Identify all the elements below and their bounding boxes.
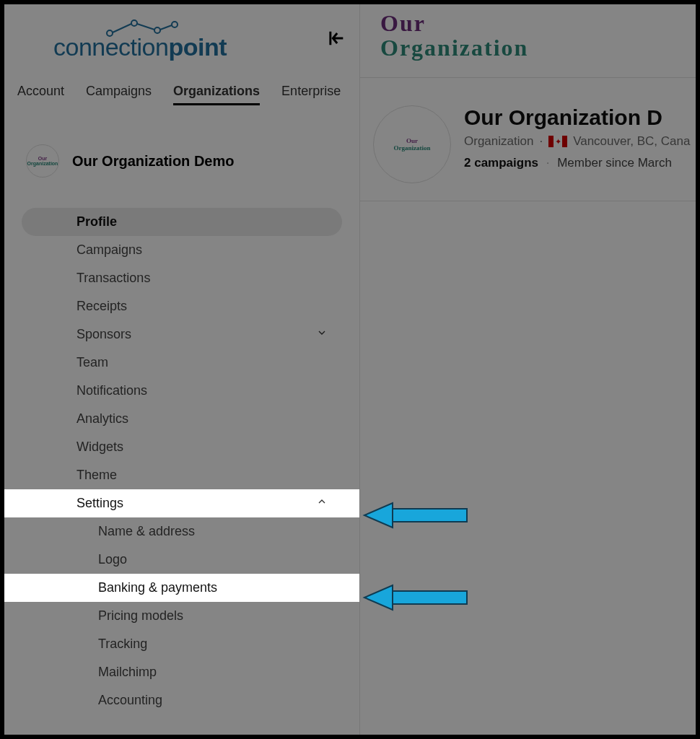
menu-widgets[interactable]: Widgets [4, 433, 359, 461]
canada-flag-icon: ✦ [548, 136, 567, 147]
tab-campaigns[interactable]: Campaigns [86, 84, 152, 105]
menu-campaigns[interactable]: Campaigns [4, 236, 359, 264]
svg-line-5 [137, 24, 154, 30]
menu-label: Profile [76, 214, 117, 229]
tab-organizations[interactable]: Organizations [173, 84, 260, 105]
svg-point-3 [172, 22, 178, 27]
menu-label: Receipts [76, 299, 127, 314]
menu-label: Notifications [76, 383, 147, 398]
collapse-sidebar-button[interactable] [326, 28, 346, 51]
submenu-label: Accounting [98, 693, 162, 707]
menu-notifications[interactable]: Notifications [4, 377, 359, 405]
sidebar: connectionpoint Account Campaigns Organi… [4, 4, 359, 735]
side-menu: Profile Campaigns Transactions Receipts … [4, 188, 359, 714]
menu-sponsors[interactable]: Sponsors [4, 320, 359, 349]
menu-transactions[interactable]: Transactions [4, 264, 359, 292]
org-type-label: Organization [464, 134, 533, 149]
submenu-name-address[interactable]: Name & address [4, 517, 359, 546]
tab-enterprise[interactable]: Enterprise [281, 84, 341, 105]
menu-receipts[interactable]: Receipts [4, 292, 359, 320]
menu-analytics[interactable]: Analytics [4, 405, 359, 433]
submenu-label: Logo [98, 552, 127, 567]
menu-label: Sponsors [76, 327, 131, 342]
chevron-up-icon [316, 496, 328, 511]
menu-label: Theme [76, 468, 117, 483]
app-logo: connectionpoint [17, 19, 263, 61]
org-avatar: Our Organization [373, 105, 451, 183]
menu-label: Campaigns [76, 242, 142, 258]
menu-label: Analytics [76, 411, 128, 427]
svg-point-1 [131, 20, 137, 26]
menu-theme[interactable]: Theme [4, 461, 359, 489]
current-org-row[interactable]: Our Organization Our Organization Demo [4, 113, 359, 188]
menu-label: Settings [76, 496, 123, 511]
menu-label: Team [76, 355, 108, 370]
org-campaign-count: 2 campaigns [464, 156, 538, 170]
submenu-logo[interactable]: Logo [4, 546, 359, 574]
org-wordmark: Our Organization [380, 12, 696, 60]
menu-team[interactable]: Team [4, 349, 359, 377]
org-location: Vancouver, BC, Cana [573, 134, 690, 149]
submenu-tracking[interactable]: Tracking [4, 630, 359, 658]
org-avatar-small: Our Organization [26, 144, 59, 178]
submenu-label: Pricing models [98, 608, 183, 623]
current-org-name: Our Organization Demo [72, 153, 234, 170]
main-panel: Our Organization Our Organization Our Or… [359, 4, 696, 735]
menu-settings[interactable]: Settings [4, 489, 359, 517]
tab-account[interactable]: Account [17, 84, 64, 105]
logo-text-1: connection [53, 33, 168, 61]
submenu-label: Name & address [98, 524, 195, 538]
top-tabs: Account Campaigns Organizations Enterpri… [4, 62, 359, 113]
menu-label: Transactions [76, 271, 150, 286]
svg-line-6 [160, 25, 172, 30]
svg-point-2 [154, 27, 160, 33]
submenu-pricing-models[interactable]: Pricing models [4, 602, 359, 630]
org-heading: Our Organization D [464, 105, 690, 130]
chevron-down-icon [316, 327, 328, 342]
submenu-banking-payments[interactable]: Banking & payments [4, 574, 359, 602]
submenu-accounting[interactable]: Accounting [4, 686, 359, 714]
logo-text-2: point [168, 33, 227, 61]
submenu-label: Mailchimp [98, 665, 157, 679]
submenu-label: Tracking [98, 637, 147, 651]
svg-line-4 [113, 24, 131, 32]
submenu-label: Banking & payments [98, 580, 217, 595]
menu-profile[interactable]: Profile [22, 208, 342, 236]
org-member-since: Member since March [557, 156, 672, 170]
menu-label: Widgets [76, 440, 123, 455]
submenu-mailchimp[interactable]: Mailchimp [4, 658, 359, 686]
